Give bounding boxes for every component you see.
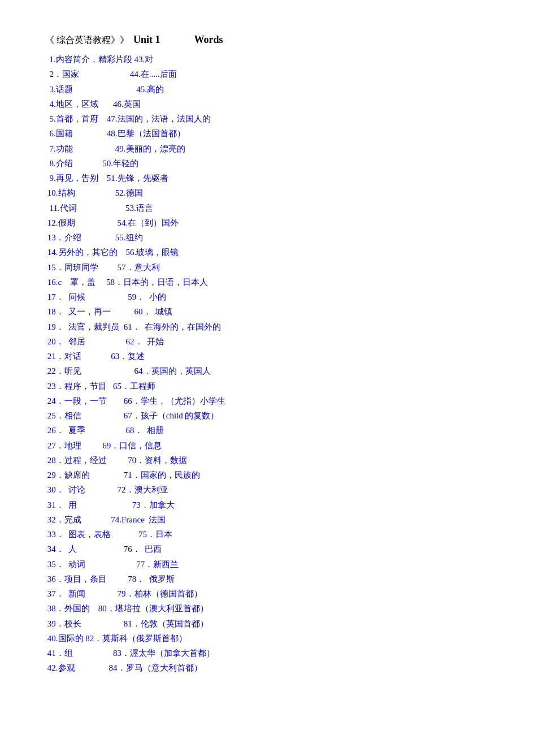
word-item: 17． 问候 59． 小的 — [45, 290, 489, 304]
word-item: 12.假期 54.在（到）国外 — [45, 215, 489, 230]
word-item: 15．同班同学 57．意大利 — [45, 260, 489, 275]
word-item: 13．介绍 55.纽约 — [45, 230, 489, 245]
word-item: 16.c 罩，盖 58．日本的，日语，日本人 — [45, 275, 489, 290]
word-item: 40.国际的 82．莫斯科（俄罗斯首都） — [45, 631, 489, 646]
book-title: 《 综合英语教程》》 — [45, 34, 129, 46]
word-item: 34． 人 76． 巴西 — [45, 542, 489, 556]
word-item: 4.地区，区域 46.英国 — [45, 97, 489, 111]
word-item: 11.代词 53.语言 — [45, 201, 489, 215]
word-item: 19． 法官，裁判员 61． 在海外的，在国外的 — [45, 319, 489, 334]
word-item: 29．缺席的 71．国家的，民族的 — [45, 468, 489, 482]
word-item: 38．外国的 80．堪培拉（澳大利亚首都） — [45, 601, 489, 616]
word-item: 1.内容简介，精彩片段 43.对 — [45, 52, 489, 67]
word-item: 25．相信 67．孩子（child 的复数） — [45, 408, 489, 423]
word-item: 21．对话 63．复述 — [45, 349, 489, 364]
word-item: 7.功能 49.美丽的，漂亮的 — [45, 141, 489, 156]
page-header: 《 综合英语教程》》 Unit 1 Words — [45, 34, 489, 46]
word-item: 27．地理 69．口信，信息 — [45, 438, 489, 453]
word-item: 26． 夏季 68． 相册 — [45, 423, 489, 438]
word-list: 1.内容简介，精彩片段 43.对 2．国家 44.在.....后面 3.话题 4… — [45, 52, 489, 676]
word-item: 36．项目，条目 78． 俄罗斯 — [45, 572, 489, 586]
word-item: 9.再见，告别 51.先锋，先驱者 — [45, 171, 489, 185]
word-item: 30． 讨论 72．澳大利亚 — [45, 482, 489, 497]
word-item: 2．国家 44.在.....后面 — [45, 67, 489, 81]
word-item: 41．组 83．渥太华（加拿大首都） — [45, 646, 489, 660]
word-item: 28．过程，经过 70．资料，数据 — [45, 453, 489, 468]
word-item: 6.国籍 48.巴黎（法国首都） — [45, 126, 489, 141]
word-item: 18． 又一，再一 60． 城镇 — [45, 304, 489, 319]
word-item: 39．校长 81．伦敦（英国首都） — [45, 616, 489, 631]
unit-label: Unit 1 — [133, 34, 160, 46]
word-item: 32．完成 74.France 法国 — [45, 512, 489, 527]
word-item: 20． 邻居 62． 开始 — [45, 334, 489, 349]
word-item: 23．程序，节目 65．工程师 — [45, 379, 489, 394]
word-item: 3.话题 45.高的 — [45, 82, 489, 97]
page-container: 《 综合英语教程》》 Unit 1 Words 1.内容简介，精彩片段 43.对… — [45, 34, 489, 676]
word-item: 33． 图表，表格 75．日本 — [45, 527, 489, 542]
word-item: 31． 用 73．加拿大 — [45, 498, 489, 512]
word-item: 35． 动词 77．新西兰 — [45, 557, 489, 572]
words-label: Words — [194, 34, 223, 46]
word-item: 42.参观 84．罗马（意大利首都） — [45, 660, 489, 675]
word-item: 8.介绍 50.年轻的 — [45, 156, 489, 171]
word-item: 37． 新闻 79．柏林（德国首都） — [45, 586, 489, 601]
word-item: 5.首都，首府 47.法国的，法语，法国人的 — [45, 111, 489, 126]
word-item: 22．听见 64．英国的，英国人 — [45, 364, 489, 378]
word-item: 10.结构 52.德国 — [45, 185, 489, 200]
word-item: 14.另外的，其它的 56.玻璃，眼镜 — [45, 245, 489, 260]
word-item: 24．一段，一节 66．学生，（尤指）小学生 — [45, 394, 489, 408]
